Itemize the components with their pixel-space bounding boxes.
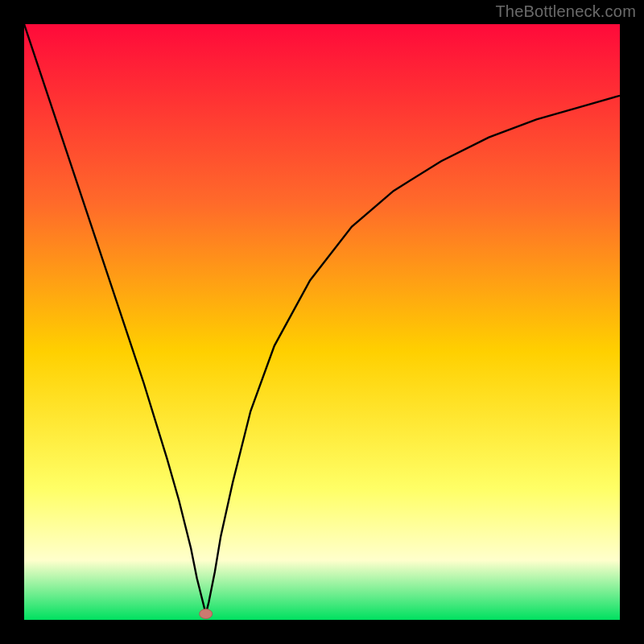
minimum-marker [200, 609, 213, 619]
bottleneck-curve-chart [24, 24, 620, 620]
plot-area [24, 24, 620, 620]
watermark-text: TheBottleneck.com [495, 2, 636, 21]
chart-frame: TheBottleneck.com [0, 0, 644, 644]
gradient-background [24, 24, 620, 620]
